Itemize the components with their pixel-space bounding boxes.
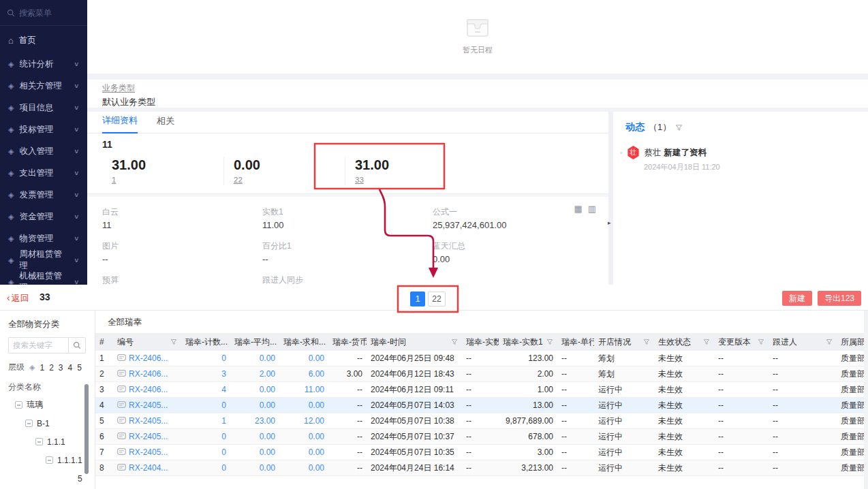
column-header[interactable]: 瑞幸-计数... <box>181 333 230 351</box>
level-number[interactable]: 5 <box>77 363 82 373</box>
table-row[interactable]: 4RX-2405...00.000.00--2024年05月07日 14:03-… <box>95 398 868 413</box>
sidebar-item-home[interactable]: ⌂ 首页 <box>0 27 87 53</box>
column-header[interactable]: 瑞幸-实数2 <box>462 333 499 351</box>
tree-item[interactable]: 1.1.1.1 <box>8 451 95 469</box>
filter-icon[interactable] <box>703 338 710 345</box>
sidebar-item[interactable]: ◈ 物资管理 ∨ <box>0 227 87 249</box>
table-cell[interactable]: 23.00 <box>230 416 279 426</box>
table-cell[interactable]: 0.00 <box>230 400 279 410</box>
filter-icon[interactable] <box>758 338 764 345</box>
column-header[interactable]: 瑞幸-单行... <box>557 333 594 351</box>
record-link[interactable]: RX-2405... <box>129 400 168 410</box>
back-button[interactable]: ‹返回 <box>7 292 29 304</box>
table-cell[interactable]: 0 <box>181 463 230 473</box>
sidebar-item[interactable]: ◈ 统计分析 ∨ <box>0 53 87 75</box>
sidebar-item[interactable]: ◈ 支出管理 ∨ <box>0 162 87 184</box>
table-cell[interactable]: 1 <box>181 416 230 426</box>
table-cell[interactable]: 0 <box>181 353 230 363</box>
table-cell[interactable]: RX-2405... <box>113 432 181 441</box>
record-link[interactable]: RX-2404... <box>129 463 168 473</box>
table-row[interactable]: 7RX-2405...00.000.00--2024年05月07日 10:35-… <box>95 445 868 460</box>
table-cell[interactable]: 4 <box>181 385 230 394</box>
column-header[interactable]: 瑞幸-时间 <box>367 333 462 351</box>
table-cell[interactable]: RX-2406... <box>113 353 181 363</box>
expander-icon[interactable] <box>25 420 33 427</box>
sidebar-item[interactable]: ◈ 发票管理 ∨ <box>0 184 87 206</box>
stat-link[interactable]: 22 <box>234 176 243 184</box>
column-header[interactable]: 瑞幸-货币... <box>328 333 367 351</box>
tree-item[interactable]: 琉璃 <box>8 396 95 414</box>
column-view-icon[interactable]: ▥ <box>588 204 596 214</box>
sidebar-item[interactable]: ◈ 机械租赁管理 ∨ <box>0 271 87 285</box>
table-cell[interactable]: 0.00 <box>230 353 279 363</box>
level-number[interactable]: 4 <box>68 363 73 373</box>
sidebar-item[interactable]: ◈ 投标管理 ∨ <box>0 119 87 140</box>
sidebar-item[interactable]: ◈ 周材租赁管理 ∨ <box>0 249 87 271</box>
level-number[interactable]: 1 <box>40 363 44 373</box>
column-header[interactable]: # <box>95 333 113 351</box>
table-cell[interactable]: 0.00 <box>279 400 328 410</box>
table-cell[interactable]: 0.00 <box>279 463 328 473</box>
collapse-arrow-icon[interactable]: ▸ <box>608 219 611 226</box>
stat-link[interactable]: 33 <box>355 176 364 184</box>
category-search-input[interactable] <box>8 337 68 353</box>
table-cell[interactable]: RX-2406... <box>113 369 181 379</box>
table-cell[interactable]: RX-2405... <box>113 400 181 410</box>
column-header[interactable]: 瑞幸-求和... <box>279 333 328 351</box>
filter-icon[interactable] <box>826 338 833 345</box>
tree-item[interactable]: 5 <box>8 469 95 488</box>
filter-icon[interactable] <box>675 124 683 131</box>
table-cell[interactable]: RX-2405... <box>113 447 181 457</box>
table-cell[interactable]: 0.00 <box>279 353 328 363</box>
filter-icon[interactable] <box>451 338 458 345</box>
sidebar-search[interactable] <box>0 0 87 26</box>
grid-view-icon[interactable]: ▦ <box>574 204 582 214</box>
filter-icon[interactable] <box>643 338 650 345</box>
sidebar-item[interactable]: ◈ 收入管理 ∨ <box>0 140 87 162</box>
table-row[interactable]: 1RX-2406...00.000.00--2024年06月25日 09:48-… <box>95 351 868 366</box>
stat-link[interactable]: 1 <box>112 176 116 184</box>
table-cell[interactable]: 0.00 <box>279 432 328 441</box>
column-header[interactable]: 瑞幸-实数1 <box>499 333 557 351</box>
table-tab[interactable]: 全部瑞幸 <box>95 311 868 333</box>
record-link[interactable]: RX-2406... <box>129 353 168 363</box>
record-link[interactable]: RX-2406... <box>129 369 168 379</box>
table-cell[interactable]: RX-2404... <box>113 463 181 473</box>
filter-icon[interactable] <box>546 338 553 345</box>
table-cell[interactable]: 0 <box>181 447 230 457</box>
tab-details[interactable]: 详细资料 <box>102 114 138 133</box>
record-link[interactable]: RX-2406... <box>129 385 168 394</box>
table-cell[interactable]: 0.00 <box>230 432 279 441</box>
level-number[interactable]: 2 <box>49 363 54 373</box>
table-row[interactable]: 8RX-2404...00.000.00--2024年04月24日 16:14-… <box>95 460 868 476</box>
sidebar-item[interactable]: ◈ 相关方管理 ∨ <box>0 75 87 97</box>
tree-item[interactable]: 1.1.1 <box>8 432 95 451</box>
export-button[interactable]: 导出123 <box>818 291 861 306</box>
table-cell[interactable]: 0.00 <box>230 447 279 457</box>
table-row[interactable]: 3RX-2406...40.0011.00--2024年06月12日 09:11… <box>95 382 868 398</box>
search-button[interactable] <box>68 337 86 353</box>
column-header[interactable]: 变更版本 <box>714 333 769 351</box>
tab-related[interactable]: 相关 <box>157 115 174 133</box>
expander-icon[interactable] <box>35 438 43 445</box>
table-cell[interactable]: 0.00 <box>279 447 328 457</box>
table-row[interactable]: 2RX-2406...32.006.003.002024年06月12日 18:4… <box>95 366 868 382</box>
scrollbar[interactable] <box>84 384 89 474</box>
table-cell[interactable]: 3 <box>181 369 230 379</box>
column-header[interactable]: 生效状态 <box>654 333 714 351</box>
table-cell[interactable]: RX-2405... <box>113 416 181 426</box>
column-header[interactable]: 瑞幸-平均... <box>230 333 279 351</box>
table-cell[interactable]: 0.00 <box>230 463 279 473</box>
activity-user[interactable]: 蔡壮 <box>645 148 662 157</box>
filter-icon[interactable] <box>170 338 177 345</box>
column-header[interactable]: 开店情况 <box>594 333 654 351</box>
sidebar-item[interactable]: ◈ 项目信息 ∨ <box>0 97 87 119</box>
scrollbar[interactable] <box>864 311 868 489</box>
page-button-next[interactable]: 22 <box>428 291 446 306</box>
table-cell[interactable]: 0.00 <box>230 385 279 394</box>
record-link[interactable]: RX-2405... <box>129 432 168 441</box>
expander-icon[interactable] <box>46 456 53 464</box>
table-cell[interactable]: 2.00 <box>230 369 279 379</box>
page-button-current[interactable]: 1 <box>410 291 425 306</box>
table-row[interactable]: 6RX-2405...00.000.00--2024年05月07日 10:37-… <box>95 429 868 445</box>
